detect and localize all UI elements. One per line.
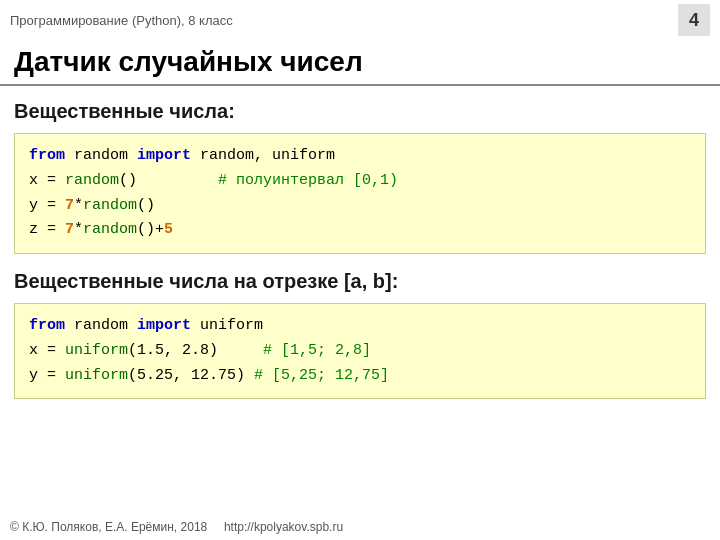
page-title: Датчик случайных чисел — [0, 40, 720, 86]
code-line-5: from random import uniform — [29, 314, 691, 339]
comment-2: # [1,5; 2,8] — [263, 342, 371, 359]
code-line-3: y = 7*random() — [29, 194, 691, 219]
code-block-2: from random import uniform x = uniform(1… — [14, 303, 706, 399]
section1-heading: Вещественные числа: — [0, 94, 720, 129]
code-block-1: from random import random, uniform x = r… — [14, 133, 706, 254]
section2-heading: Вещественные числа на отрезке [a, b]: — [0, 264, 720, 299]
func-uniform2: uniform — [65, 367, 128, 384]
comment-1: # полуинтервал [0,1) — [218, 172, 398, 189]
kw-from2: from — [29, 317, 65, 334]
num-5: 5 — [164, 221, 173, 238]
kw-from: from — [29, 147, 65, 164]
course-label: Программирование (Python), 8 класс — [10, 13, 233, 28]
func-uniform1: uniform — [65, 342, 128, 359]
kw-import: import — [137, 147, 191, 164]
func-random2: random — [83, 197, 137, 214]
code-line-4: z = 7*random()+5 — [29, 218, 691, 243]
code-line-1: from random import random, uniform — [29, 144, 691, 169]
code-line-6: x = uniform(1.5, 2.8) # [1,5; 2,8] — [29, 339, 691, 364]
num-7a: 7 — [65, 197, 74, 214]
slide-number: 4 — [678, 4, 710, 36]
func-random3: random — [83, 221, 137, 238]
header: Программирование (Python), 8 класс 4 — [0, 0, 720, 40]
code-line-7: y = uniform(5.25, 12.75) # [5,25; 12,75] — [29, 364, 691, 389]
comment-3: # [5,25; 12,75] — [254, 367, 389, 384]
code-line-2: x = random() # полуинтервал [0,1) — [29, 169, 691, 194]
kw-import2: import — [137, 317, 191, 334]
footer-authors: © К.Ю. Поляков, Е.А. Ерёмин, 2018 — [10, 520, 207, 534]
footer-url: http://kpolyakov.spb.ru — [224, 520, 343, 534]
func-random: random — [65, 172, 119, 189]
num-7b: 7 — [65, 221, 74, 238]
footer: © К.Ю. Поляков, Е.А. Ерёмин, 2018 http:/… — [10, 520, 343, 534]
